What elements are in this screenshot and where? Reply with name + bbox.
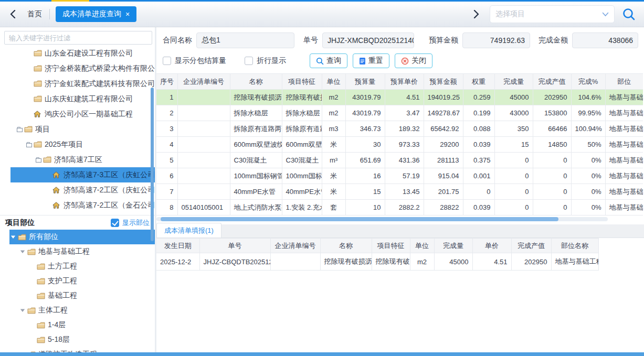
tab-home[interactable]: 首页 (27, 9, 42, 19)
table-cell: 5 (156, 153, 177, 168)
table-row[interactable]: 2拆除水稳层拆除水稳层m243019.793.47149278.670.1994… (156, 105, 643, 121)
table-cell: 4.51 (385, 90, 424, 105)
column-header[interactable]: 序号 (156, 74, 177, 90)
column-header[interactable]: 完成% (571, 74, 605, 90)
caret-down-icon[interactable] (18, 248, 27, 255)
doc-number-link[interactable]: JHJZ-CBQDTB202512 (199, 253, 270, 271)
tab-close-icon[interactable]: × (125, 10, 130, 18)
table-cell: 0.259 (463, 90, 494, 105)
table-cell: 600mm双壁波纹 (282, 137, 322, 153)
column-header[interactable]: 部位名称 (551, 239, 598, 253)
detail-row[interactable]: 2025-12-2JHJZ-CBQDTB202512挖除现有破损沥青挖除现有破损… (156, 253, 598, 271)
column-header[interactable]: 单位 (322, 74, 345, 90)
field-value-input[interactable]: 749192.63 (462, 33, 530, 48)
parts-tree-item[interactable]: 所有部位 (0, 230, 155, 244)
table-cell: 0% (571, 153, 605, 168)
project-tree-item[interactable]: 济邹高速7-2工区（庆虹公司 (0, 182, 155, 198)
parts-tree-item[interactable]: 基础工程 (0, 288, 155, 303)
column-header[interactable]: 预算单价 (385, 74, 424, 90)
column-header[interactable]: 完成量 (434, 239, 472, 253)
column-header[interactable]: 权重 (463, 74, 494, 90)
table-row[interactable]: 805140105001地上式消防水泵接合器1.安装 2.充水试验套102882… (156, 200, 643, 215)
table-cell: 3 (156, 121, 177, 137)
checkbox-box[interactable] (163, 57, 171, 65)
table-row[interactable]: 3拆除原有道路两侧拆除原有道路m3346.73189.3265642.920.0… (156, 121, 643, 137)
scrollbar-thumb[interactable] (161, 217, 558, 221)
project-select-placeholder: 选择项目 (495, 9, 602, 19)
column-header[interactable]: 企业清单编号 (177, 74, 230, 90)
column-header[interactable]: 发生日期 (156, 239, 199, 253)
parts-tree-item[interactable]: 支护工程 (0, 274, 155, 288)
nav-back-chevron-icon[interactable] (5, 7, 20, 21)
caret-down-icon[interactable] (8, 233, 18, 241)
top-progress-strip (0, 0, 644, 2)
table-row[interactable]: 5C30混凝土C30混凝土m³651.69431.362811130.37500… (156, 153, 643, 168)
project-tree-item[interactable]: 济宁金虹装配式建筑科技有限公司 (0, 76, 155, 91)
parts-tree-item[interactable]: 土方工程 (0, 259, 155, 274)
checkbox-box[interactable] (245, 57, 253, 65)
parts-tree-item[interactable]: 主体工程 (0, 303, 155, 318)
column-header[interactable]: 完成产值 (511, 239, 551, 253)
project-tree-item[interactable]: 鸿庆公司小区一期基础工程 (0, 106, 155, 122)
table-row[interactable]: 4600mm双壁波纹管600mm双壁波纹米30973.33292000.0391… (156, 137, 643, 153)
page-horizontal-scrollbar[interactable] (0, 352, 644, 356)
column-header[interactable]: 完成量 (494, 74, 533, 90)
reset-icon (359, 57, 366, 65)
search-icon[interactable] (622, 7, 636, 21)
sidebar-scrollbar[interactable] (151, 88, 154, 241)
project-tree-item[interactable]: 山东庆虹建筑工程有限公司 (0, 91, 155, 106)
field-value-input[interactable]: 438066 (572, 33, 638, 48)
tree-item-label: 1-4层 (48, 320, 66, 330)
project-tree-item[interactable]: 济邹高速7-3工区（庆虹公司 (0, 167, 155, 182)
parts-tree-item[interactable]: 道路施工改造工程 (0, 347, 155, 352)
project-tree-item[interactable]: 项目 (0, 122, 155, 137)
tree-expand-icon[interactable] (15, 126, 24, 133)
project-tree-item[interactable]: 山东金石建设工程有限公司 (0, 46, 155, 61)
parts-tree-item[interactable]: 1-4层 (0, 318, 155, 332)
column-header[interactable]: 预算金额 (424, 74, 463, 90)
column-header[interactable]: 部位 (605, 74, 643, 90)
column-header[interactable]: 单位 (410, 239, 434, 253)
column-header[interactable]: 项目特征 (372, 239, 410, 253)
table-horizontal-scrollbar[interactable] (156, 217, 608, 221)
project-tree-item[interactable]: 2025年项目 (0, 137, 155, 152)
table-row[interactable]: 6100mm国标钢管100mm国标钢管米1657.19915.040.00100… (156, 168, 643, 184)
toolbar-checkbox[interactable]: 显示分包结算量 (163, 56, 226, 66)
show-parts-toggle[interactable]: 显示部位 (111, 218, 150, 228)
parts-tree-item[interactable]: 地基与基础工程 (0, 244, 155, 259)
table-row[interactable]: 1挖除现有破损沥青路面挖除现有破损沥青m243019.794.51194019.… (156, 90, 643, 105)
chevron-down-icon[interactable] (602, 10, 609, 18)
tree-expand-icon[interactable] (24, 141, 34, 148)
search-button[interactable]: 查询 (310, 53, 347, 68)
toolbar-checkbox[interactable]: 折行显示 (245, 56, 286, 66)
caret-down-icon[interactable] (18, 307, 27, 314)
column-header[interactable]: 名称 (230, 74, 282, 90)
nav-forward-chevron-icon[interactable] (469, 7, 483, 21)
table-cell: 202950 (511, 253, 551, 271)
field-value-input[interactable]: JHJZ-XMCBQD20251214001 (322, 33, 414, 48)
table-cell: 0 (494, 153, 533, 168)
tree-item-label: 济宁金虹装配式建筑科技有限公司 (45, 79, 155, 89)
column-header[interactable]: 单价 (472, 239, 511, 253)
column-header[interactable]: 完成产值 (533, 74, 571, 90)
sidebar: 山东金石建设工程有限公司济宁金桥装配式桥梁大构件有限公济宁金虹装配式建筑科技有限… (0, 27, 156, 352)
column-header[interactable]: 项目特征 (282, 74, 322, 90)
show-parts-checkbox[interactable] (111, 219, 119, 227)
close-button[interactable]: 关闭 (395, 53, 432, 68)
tree-filter-input[interactable] (4, 31, 152, 45)
column-header[interactable]: 企业清单编号 (270, 239, 320, 253)
column-header[interactable]: 名称 (320, 239, 372, 253)
column-header[interactable]: 预算量 (345, 74, 385, 90)
reset-button[interactable]: 重置 (353, 53, 389, 68)
table-row[interactable]: 740mmPE水管40mmPE水管米1513.45201.750000%地基与基… (156, 184, 643, 200)
parts-tree-item[interactable]: 5-18层 (0, 332, 155, 347)
field-value-input[interactable]: 总包1 (196, 33, 294, 48)
column-header[interactable]: 单号 (199, 239, 270, 253)
project-tree-item[interactable]: 济宁金桥装配式桥梁大构件有限公 (0, 61, 155, 76)
tab-cost-list-progress[interactable]: 成本清单进度查询 × (56, 6, 136, 22)
tree-expand-icon[interactable] (34, 156, 43, 164)
project-tree-item[interactable]: 济邹高速7工区 (0, 152, 155, 167)
tab-cost-list-fill[interactable]: 成本清单填报(1) (156, 223, 221, 238)
project-select[interactable]: 选择项目 (490, 5, 615, 23)
project-tree-item[interactable]: 济邹高速7-2工区（金石公司 (0, 198, 155, 213)
